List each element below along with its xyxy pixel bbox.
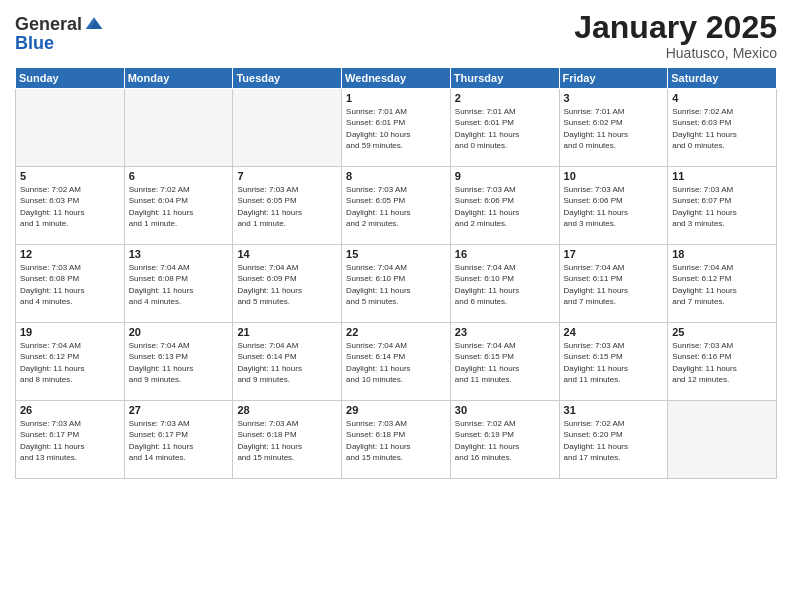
table-row: 17Sunrise: 7:04 AM Sunset: 6:11 PM Dayli…	[559, 245, 668, 323]
day-info: Sunrise: 7:04 AM Sunset: 6:14 PM Dayligh…	[346, 340, 446, 385]
page-header: General Blue January 2025 Huatusco, Mexi…	[15, 10, 777, 61]
day-number: 29	[346, 404, 446, 416]
table-row: 29Sunrise: 7:03 AM Sunset: 6:18 PM Dayli…	[342, 401, 451, 479]
day-number: 25	[672, 326, 772, 338]
col-wednesday: Wednesday	[342, 68, 451, 89]
day-info: Sunrise: 7:02 AM Sunset: 6:20 PM Dayligh…	[564, 418, 664, 463]
table-row: 16Sunrise: 7:04 AM Sunset: 6:10 PM Dayli…	[450, 245, 559, 323]
table-row: 30Sunrise: 7:02 AM Sunset: 6:19 PM Dayli…	[450, 401, 559, 479]
day-number: 30	[455, 404, 555, 416]
day-info: Sunrise: 7:04 AM Sunset: 6:12 PM Dayligh…	[20, 340, 120, 385]
table-row: 18Sunrise: 7:04 AM Sunset: 6:12 PM Dayli…	[668, 245, 777, 323]
calendar-week-row: 12Sunrise: 7:03 AM Sunset: 6:08 PM Dayli…	[16, 245, 777, 323]
table-row	[668, 401, 777, 479]
table-row: 7Sunrise: 7:03 AM Sunset: 6:05 PM Daylig…	[233, 167, 342, 245]
day-number: 31	[564, 404, 664, 416]
day-info: Sunrise: 7:04 AM Sunset: 6:15 PM Dayligh…	[455, 340, 555, 385]
table-row: 20Sunrise: 7:04 AM Sunset: 6:13 PM Dayli…	[124, 323, 233, 401]
day-number: 10	[564, 170, 664, 182]
table-row: 26Sunrise: 7:03 AM Sunset: 6:17 PM Dayli…	[16, 401, 125, 479]
day-info: Sunrise: 7:04 AM Sunset: 6:12 PM Dayligh…	[672, 262, 772, 307]
day-info: Sunrise: 7:03 AM Sunset: 6:17 PM Dayligh…	[20, 418, 120, 463]
day-info: Sunrise: 7:04 AM Sunset: 6:10 PM Dayligh…	[346, 262, 446, 307]
day-number: 27	[129, 404, 229, 416]
table-row: 28Sunrise: 7:03 AM Sunset: 6:18 PM Dayli…	[233, 401, 342, 479]
calendar-week-row: 26Sunrise: 7:03 AM Sunset: 6:17 PM Dayli…	[16, 401, 777, 479]
day-number: 8	[346, 170, 446, 182]
day-number: 11	[672, 170, 772, 182]
table-row: 14Sunrise: 7:04 AM Sunset: 6:09 PM Dayli…	[233, 245, 342, 323]
table-row: 27Sunrise: 7:03 AM Sunset: 6:17 PM Dayli…	[124, 401, 233, 479]
logo-blue: Blue	[15, 33, 54, 53]
day-number: 1	[346, 92, 446, 104]
day-number: 6	[129, 170, 229, 182]
day-number: 28	[237, 404, 337, 416]
table-row: 2Sunrise: 7:01 AM Sunset: 6:01 PM Daylig…	[450, 89, 559, 167]
table-row: 1Sunrise: 7:01 AM Sunset: 6:01 PM Daylig…	[342, 89, 451, 167]
table-row	[233, 89, 342, 167]
day-info: Sunrise: 7:03 AM Sunset: 6:05 PM Dayligh…	[237, 184, 337, 229]
day-number: 12	[20, 248, 120, 260]
title-section: January 2025 Huatusco, Mexico	[574, 10, 777, 61]
table-row: 22Sunrise: 7:04 AM Sunset: 6:14 PM Dayli…	[342, 323, 451, 401]
day-info: Sunrise: 7:04 AM Sunset: 6:11 PM Dayligh…	[564, 262, 664, 307]
day-info: Sunrise: 7:03 AM Sunset: 6:07 PM Dayligh…	[672, 184, 772, 229]
col-tuesday: Tuesday	[233, 68, 342, 89]
day-info: Sunrise: 7:03 AM Sunset: 6:08 PM Dayligh…	[20, 262, 120, 307]
day-number: 7	[237, 170, 337, 182]
day-info: Sunrise: 7:03 AM Sunset: 6:06 PM Dayligh…	[564, 184, 664, 229]
day-number: 4	[672, 92, 772, 104]
day-info: Sunrise: 7:04 AM Sunset: 6:10 PM Dayligh…	[455, 262, 555, 307]
logo-general: General	[15, 15, 82, 33]
day-info: Sunrise: 7:01 AM Sunset: 6:01 PM Dayligh…	[346, 106, 446, 151]
day-info: Sunrise: 7:03 AM Sunset: 6:18 PM Dayligh…	[237, 418, 337, 463]
day-number: 5	[20, 170, 120, 182]
day-number: 23	[455, 326, 555, 338]
calendar-week-row: 1Sunrise: 7:01 AM Sunset: 6:01 PM Daylig…	[16, 89, 777, 167]
table-row: 13Sunrise: 7:04 AM Sunset: 6:08 PM Dayli…	[124, 245, 233, 323]
day-number: 15	[346, 248, 446, 260]
day-number: 16	[455, 248, 555, 260]
day-number: 17	[564, 248, 664, 260]
day-info: Sunrise: 7:02 AM Sunset: 6:03 PM Dayligh…	[672, 106, 772, 151]
day-info: Sunrise: 7:04 AM Sunset: 6:13 PM Dayligh…	[129, 340, 229, 385]
table-row: 19Sunrise: 7:04 AM Sunset: 6:12 PM Dayli…	[16, 323, 125, 401]
table-row: 24Sunrise: 7:03 AM Sunset: 6:15 PM Dayli…	[559, 323, 668, 401]
day-number: 20	[129, 326, 229, 338]
table-row: 3Sunrise: 7:01 AM Sunset: 6:02 PM Daylig…	[559, 89, 668, 167]
table-row: 15Sunrise: 7:04 AM Sunset: 6:10 PM Dayli…	[342, 245, 451, 323]
table-row: 4Sunrise: 7:02 AM Sunset: 6:03 PM Daylig…	[668, 89, 777, 167]
day-info: Sunrise: 7:01 AM Sunset: 6:02 PM Dayligh…	[564, 106, 664, 151]
table-row	[16, 89, 125, 167]
day-info: Sunrise: 7:03 AM Sunset: 6:05 PM Dayligh…	[346, 184, 446, 229]
day-number: 9	[455, 170, 555, 182]
calendar-header-row: Sunday Monday Tuesday Wednesday Thursday…	[16, 68, 777, 89]
table-row: 25Sunrise: 7:03 AM Sunset: 6:16 PM Dayli…	[668, 323, 777, 401]
table-row: 5Sunrise: 7:02 AM Sunset: 6:03 PM Daylig…	[16, 167, 125, 245]
day-number: 18	[672, 248, 772, 260]
day-info: Sunrise: 7:04 AM Sunset: 6:14 PM Dayligh…	[237, 340, 337, 385]
calendar-table: Sunday Monday Tuesday Wednesday Thursday…	[15, 67, 777, 479]
day-info: Sunrise: 7:03 AM Sunset: 6:16 PM Dayligh…	[672, 340, 772, 385]
table-row: 31Sunrise: 7:02 AM Sunset: 6:20 PM Dayli…	[559, 401, 668, 479]
day-number: 13	[129, 248, 229, 260]
table-row: 12Sunrise: 7:03 AM Sunset: 6:08 PM Dayli…	[16, 245, 125, 323]
day-info: Sunrise: 7:03 AM Sunset: 6:15 PM Dayligh…	[564, 340, 664, 385]
table-row: 10Sunrise: 7:03 AM Sunset: 6:06 PM Dayli…	[559, 167, 668, 245]
day-number: 14	[237, 248, 337, 260]
calendar-week-row: 5Sunrise: 7:02 AM Sunset: 6:03 PM Daylig…	[16, 167, 777, 245]
day-info: Sunrise: 7:02 AM Sunset: 6:19 PM Dayligh…	[455, 418, 555, 463]
day-info: Sunrise: 7:03 AM Sunset: 6:06 PM Dayligh…	[455, 184, 555, 229]
day-number: 3	[564, 92, 664, 104]
col-saturday: Saturday	[668, 68, 777, 89]
day-info: Sunrise: 7:01 AM Sunset: 6:01 PM Dayligh…	[455, 106, 555, 151]
day-info: Sunrise: 7:04 AM Sunset: 6:08 PM Dayligh…	[129, 262, 229, 307]
day-info: Sunrise: 7:04 AM Sunset: 6:09 PM Dayligh…	[237, 262, 337, 307]
logo: General Blue	[15, 14, 104, 53]
col-sunday: Sunday	[16, 68, 125, 89]
day-info: Sunrise: 7:03 AM Sunset: 6:18 PM Dayligh…	[346, 418, 446, 463]
table-row: 8Sunrise: 7:03 AM Sunset: 6:05 PM Daylig…	[342, 167, 451, 245]
calendar-location: Huatusco, Mexico	[574, 45, 777, 61]
day-info: Sunrise: 7:02 AM Sunset: 6:03 PM Dayligh…	[20, 184, 120, 229]
table-row: 23Sunrise: 7:04 AM Sunset: 6:15 PM Dayli…	[450, 323, 559, 401]
